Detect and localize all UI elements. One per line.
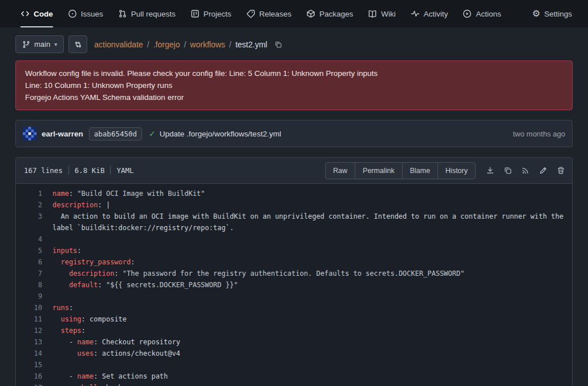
- error-line: Line: 10 Column 1: Unknown Property runs: [25, 79, 563, 91]
- code-line: 7 description: "The password for the reg…: [16, 268, 572, 279]
- rss-icon[interactable]: [521, 166, 530, 175]
- issue-icon: [68, 9, 77, 18]
- code-line-text: An action to build an OCI image with Bui…: [52, 211, 572, 234]
- line-number[interactable]: 14: [16, 348, 52, 359]
- file-meta: 167 lines 6.8 KiB YAML: [24, 166, 134, 175]
- line-number[interactable]: 7: [16, 268, 52, 279]
- breadcrumb-repo[interactable]: actionvalidate: [94, 40, 143, 49]
- tab-code[interactable]: Code: [21, 0, 53, 27]
- line-number[interactable]: 5: [16, 245, 52, 256]
- file-size: 6.8 KiB: [75, 166, 105, 175]
- line-number[interactable]: 2: [16, 199, 52, 211]
- code-line-text: - name: Set actions path: [52, 371, 572, 382]
- play-circle-icon: [463, 9, 472, 18]
- code-icon: [21, 9, 30, 18]
- code-line-text: name: "Build OCI Image with BuildKit": [52, 188, 572, 199]
- tab-label: Actions: [476, 10, 501, 18]
- tab-label: Settings: [544, 10, 572, 18]
- projects-icon: [190, 9, 200, 18]
- line-number[interactable]: 15: [16, 359, 52, 371]
- code-line-text: uses: actions/checkout@v4: [52, 348, 572, 359]
- branch-select-button[interactable]: main ▾: [15, 35, 64, 53]
- tab-label: Pull requests: [131, 10, 176, 18]
- tab-wiki[interactable]: Wiki: [368, 0, 396, 27]
- commit-hash-badge[interactable]: abab65450d: [89, 127, 142, 140]
- copy-path-icon[interactable]: [274, 41, 282, 49]
- tab-label: Wiki: [381, 10, 396, 18]
- edit-icon[interactable]: [539, 166, 548, 175]
- line-number[interactable]: 17: [16, 382, 52, 386]
- compare-button[interactable]: [68, 35, 87, 53]
- file-language: YAML: [116, 166, 133, 175]
- tab-label: Projects: [204, 10, 232, 18]
- breadcrumb-dir-forgejo[interactable]: .forgejo: [153, 40, 180, 49]
- file-lines-count: 167 lines: [24, 166, 63, 175]
- code-line: 2description: |: [16, 199, 572, 211]
- breadcrumb-dir-workflows[interactable]: workflows: [190, 40, 225, 49]
- tab-activity[interactable]: Activity: [411, 0, 448, 27]
- tab-label: Issues: [81, 10, 103, 18]
- line-number[interactable]: 6: [16, 256, 52, 268]
- code-view: 1name: "Build OCI Image with BuildKit"2d…: [16, 184, 572, 386]
- divider: [110, 166, 111, 175]
- tab-pull-requests[interactable]: Pull requests: [118, 0, 176, 27]
- tab-issues[interactable]: Issues: [68, 0, 103, 27]
- commit-time: two months ago: [513, 130, 565, 138]
- history-button[interactable]: History: [437, 162, 476, 179]
- delete-icon[interactable]: [557, 166, 565, 175]
- chevron-down-icon: ▾: [54, 41, 57, 47]
- code-line: 13 - name: Checkout repository: [16, 336, 572, 348]
- branch-icon: [22, 41, 30, 49]
- code-line-text: steps:: [52, 325, 572, 336]
- code-line-text: shell: bash: [52, 382, 572, 386]
- blame-button[interactable]: Blame: [402, 162, 438, 179]
- line-number[interactable]: 1: [16, 188, 52, 199]
- line-number[interactable]: 13: [16, 336, 52, 348]
- commit-message[interactable]: Update .forgejo/workflows/test2.yml: [160, 130, 281, 138]
- compare-icon: [74, 41, 82, 49]
- breadcrumb-separator: /: [229, 40, 232, 49]
- tab-packages[interactable]: Packages: [306, 0, 353, 27]
- line-number[interactable]: 8: [16, 279, 52, 291]
- breadcrumb-separator: /: [147, 40, 149, 49]
- line-number[interactable]: 12: [16, 325, 52, 336]
- permalink-button[interactable]: Permalink: [355, 162, 403, 179]
- line-number[interactable]: 10: [16, 302, 52, 313]
- code-line: 8 default: "${{ secrets.DOCKER_PASSWORD …: [16, 279, 572, 291]
- line-number[interactable]: 3: [16, 211, 52, 234]
- code-line-text: - name: Checkout repository: [52, 336, 572, 348]
- download-icon[interactable]: [486, 166, 494, 175]
- repo-nav: Code Issues Pull requests Projects Relea…: [0, 0, 588, 27]
- error-banner: Workflow config file is invalid. Please …: [15, 61, 573, 110]
- tab-label: Activity: [424, 10, 448, 18]
- line-number[interactable]: 11: [16, 313, 52, 325]
- code-line-text: description: "The password for the regis…: [52, 268, 572, 279]
- code-line: 17 shell: bash: [16, 382, 572, 386]
- commit-author[interactable]: earl-warren: [42, 130, 83, 138]
- file-actions: [486, 166, 565, 175]
- code-line: 14 uses: actions/checkout@v4: [16, 348, 572, 359]
- error-line: Workflow config file is invalid. Please …: [25, 67, 563, 79]
- line-number[interactable]: 16: [16, 371, 52, 382]
- copy-content-icon[interactable]: [504, 166, 512, 175]
- line-number[interactable]: 4: [16, 234, 52, 245]
- gear-icon: ⚙: [532, 9, 540, 18]
- tab-settings[interactable]: ⚙ Settings: [532, 0, 572, 27]
- code-line-text: [52, 234, 572, 245]
- check-icon[interactable]: ✓: [149, 129, 156, 138]
- code-line-text: using: composite: [52, 313, 572, 325]
- avatar[interactable]: [23, 127, 37, 140]
- tab-releases[interactable]: Releases: [246, 0, 291, 27]
- file-toolbar: main ▾ actionvalidate / .forgejo / workf…: [15, 35, 573, 53]
- code-line: 5inputs:: [16, 245, 572, 256]
- code-line: 1name: "Build OCI Image with BuildKit": [16, 188, 572, 199]
- line-number[interactable]: 9: [16, 291, 52, 302]
- file-header: 167 lines 6.8 KiB YAML Raw Permalink Bla…: [16, 158, 572, 184]
- raw-button[interactable]: Raw: [325, 162, 355, 179]
- tab-actions[interactable]: Actions: [463, 0, 501, 27]
- tab-label: Releases: [259, 10, 291, 18]
- divider: [68, 166, 69, 175]
- code-line-text: description: |: [52, 199, 572, 211]
- code-line-text: runs:: [52, 302, 572, 313]
- tab-projects[interactable]: Projects: [190, 0, 232, 27]
